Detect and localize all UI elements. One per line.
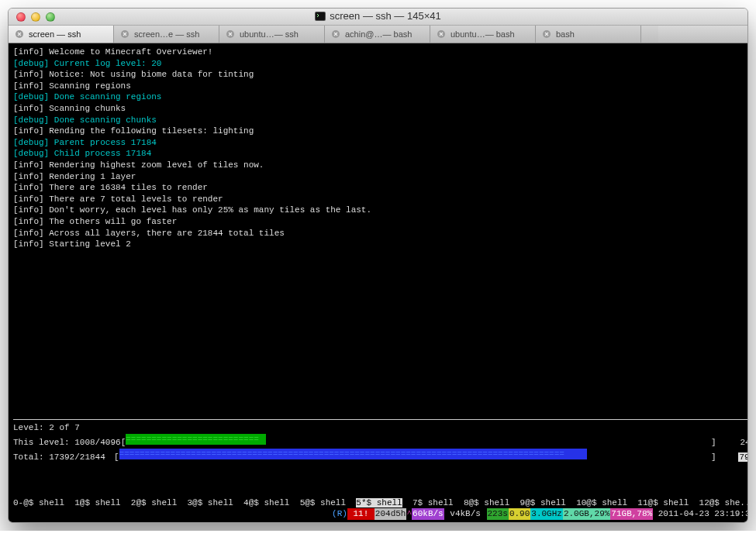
screen-window-list: 0-@$ shell 1@$ shell 2@$ shell 3@$ shell…: [13, 497, 748, 509]
log-line: [info] Scanning regions: [13, 81, 748, 92]
progress-this-level-label: This level: 1008/4096: [13, 437, 121, 449]
divider: [13, 419, 748, 420]
minimize-icon[interactable]: [31, 12, 40, 22]
tab-0[interactable]: screen — ssh: [9, 26, 114, 43]
tab-label: ubuntu…— ssh: [240, 29, 299, 39]
tab-close-icon[interactable]: [15, 29, 24, 39]
window-title: screen — ssh — 145×41: [9, 10, 747, 23]
progress-this-level-bar: ==========================: [126, 434, 711, 449]
tab-close-icon[interactable]: [331, 29, 340, 39]
tab-bar: screen — sshscreen…e — sshubuntu…— sshac…: [9, 26, 747, 43]
tab-1[interactable]: screen…e — ssh: [114, 26, 219, 43]
progress-total-pct: 79%: [721, 452, 748, 463]
titlebar: screen — ssh — 145×41: [9, 9, 747, 26]
log-line: [info] Across all layers, there are 2184…: [13, 228, 748, 239]
terminal-area: [info] Welcome to Minecraft Overviewer![…: [9, 43, 747, 522]
tab-label: screen…e — ssh: [134, 29, 199, 39]
log-line: [info] Welcome to Minecraft Overviewer!: [13, 46, 748, 58]
terminal[interactable]: [info] Welcome to Minecraft Overviewer![…: [9, 43, 748, 522]
log-line: [info] The others will go faster: [13, 216, 748, 228]
tab-5[interactable]: bash: [536, 26, 641, 43]
log-line: [debug] Done scanning chunks: [13, 115, 748, 126]
log-line: [info] Rending the following tilesets: l…: [13, 126, 748, 137]
log-line: [info] Rendering 1 layer: [13, 171, 748, 183]
svg-rect-1: [316, 12, 325, 20]
svg-rect-0: [315, 12, 326, 21]
tab-label: ubuntu…— bash: [450, 29, 515, 39]
log-line: [info] Starting level 2: [13, 239, 748, 250]
log-output: [info] Welcome to Minecraft Overviewer![…: [13, 46, 748, 250]
tab-2[interactable]: ubuntu…— ssh: [219, 26, 325, 43]
tab-3[interactable]: achin@…— bash: [325, 26, 430, 43]
progress-level-line: Level: 2 of 7: [13, 422, 748, 434]
log-line: [info] There are 7 total levels to rende…: [13, 194, 748, 205]
log-line: [info] Don't worry, each level has only …: [13, 205, 748, 216]
tab-close-icon[interactable]: [226, 29, 235, 39]
progress-total: Total: 17392/21844 [ ===================…: [13, 449, 748, 463]
close-icon[interactable]: [16, 12, 26, 22]
zoom-icon[interactable]: [46, 12, 55, 22]
screen-status-bar: (R) 11! 204d5h ^60kB/s v4kB/s 223s 0.90 …: [13, 508, 748, 520]
log-line: [info] There are 16384 tiles to render: [13, 182, 748, 194]
progress-total-label: Total: 17392/21844: [13, 452, 114, 463]
terminal-icon: [315, 12, 326, 23]
log-line: [debug] Child process 17184: [13, 148, 748, 160]
tab-label: screen — ssh: [29, 29, 81, 39]
log-line: [info] Scanning chunks: [13, 103, 748, 115]
tab-label: bash: [556, 29, 575, 39]
log-line: [debug] Done scanning regions: [13, 91, 748, 103]
progress-this-level: This level: 1008/4096 [ ================…: [13, 434, 748, 449]
tab-close-icon[interactable]: [120, 29, 129, 39]
log-line: [info] Notice: Not using biome data for …: [13, 69, 748, 81]
traffic-lights: [9, 12, 55, 22]
terminal-window: screen — ssh — 145×41 screen — sshscreen…: [8, 8, 748, 523]
window-title-text: screen — ssh — 145×41: [330, 10, 440, 22]
tab-close-icon[interactable]: [437, 29, 446, 39]
progress-this-level-pct: 24%: [721, 437, 748, 449]
tab-label: achin@…— bash: [345, 29, 412, 39]
tab-add-icon[interactable]: [641, 26, 658, 43]
tab-close-icon[interactable]: [542, 29, 551, 39]
tab-4[interactable]: ubuntu…— bash: [430, 26, 536, 43]
log-line: [info] Rendering highest zoom level of t…: [13, 160, 748, 171]
log-line: [debug] Parent process 17184: [13, 137, 748, 149]
progress-total-bar: ========================================…: [119, 449, 711, 463]
log-line: [debug] Current log level: 20: [13, 58, 748, 70]
spacer: [13, 250, 748, 418]
